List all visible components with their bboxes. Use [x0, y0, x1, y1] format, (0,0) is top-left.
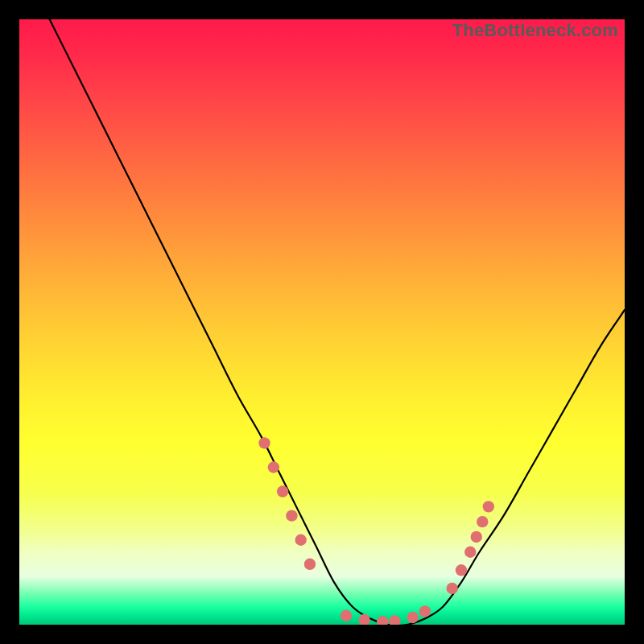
data-marker: [446, 583, 457, 594]
data-marker: [471, 531, 482, 543]
data-marker: [268, 461, 279, 473]
data-marker: [377, 616, 388, 625]
data-marker: [295, 535, 306, 546]
data-marker: [419, 605, 431, 617]
bottleneck-curve-path: [50, 19, 625, 625]
chart-frame: TheBottleneck.com: [0, 0, 644, 644]
data-marker: [407, 612, 419, 623]
plot-area: TheBottleneck.com: [19, 19, 625, 625]
data-marker: [389, 615, 400, 625]
data-marker: [464, 547, 476, 558]
data-marker: [304, 559, 316, 570]
data-marker: [286, 510, 297, 521]
data-marker: [277, 485, 288, 497]
data-marker: [483, 501, 494, 512]
data-marker: [258, 437, 270, 448]
data-marker: [341, 610, 352, 621]
data-marker: [358, 614, 369, 625]
data-marker: [477, 516, 488, 527]
watermark-text: TheBottleneck.com: [452, 20, 618, 41]
data-marker: [456, 564, 467, 576]
curve-svg: [19, 19, 625, 625]
